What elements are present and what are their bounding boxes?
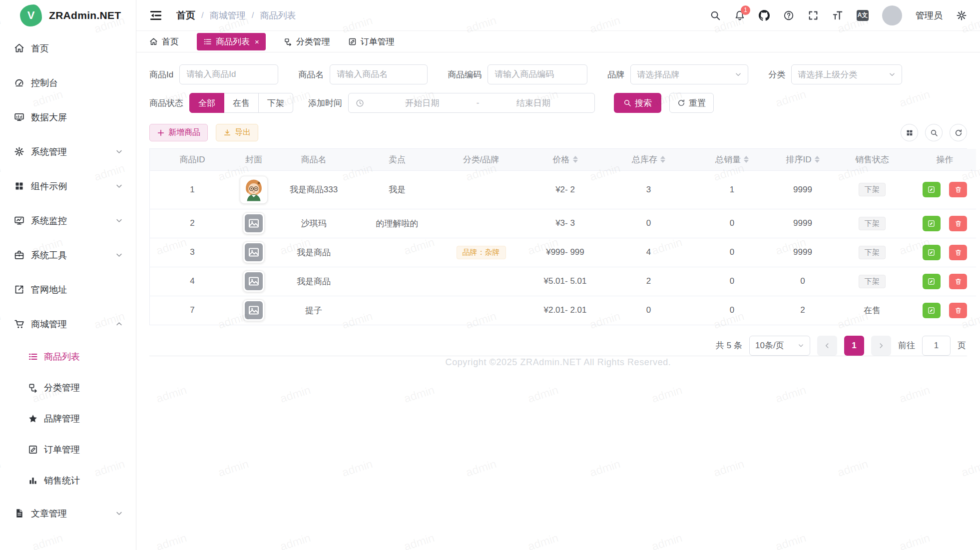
sort-asc-icon[interactable] — [815, 156, 820, 159]
refresh-table-icon[interactable] — [950, 124, 967, 141]
search-icon — [623, 99, 631, 107]
sidebar-item-website[interactable]: 官网地址 — [0, 272, 136, 307]
tab-product-list[interactable]: 商品列表 × — [197, 33, 266, 50]
status-option-onsale[interactable]: 在售 — [224, 93, 259, 113]
product-name-input[interactable] — [330, 64, 428, 84]
fullscreen-icon[interactable] — [808, 10, 819, 21]
next-page-button[interactable] — [871, 336, 891, 356]
page-number-current[interactable]: 1 — [844, 336, 864, 356]
chevron-down-icon — [115, 182, 123, 190]
sidebar-item-product-list[interactable]: 商品列表 — [0, 341, 136, 372]
sidebar-item-mall[interactable]: 商城管理 — [0, 307, 136, 341]
product-code-input[interactable] — [488, 64, 587, 84]
sort-asc-icon[interactable] — [660, 156, 665, 159]
sidebar-item-console[interactable]: 控制台 — [0, 65, 136, 100]
breadcrumb-mall[interactable]: 商城管理 — [210, 9, 246, 21]
edit-button[interactable] — [923, 274, 941, 289]
card-view-toggle-icon[interactable] — [901, 124, 918, 141]
brand-select[interactable]: 请选择品牌 — [630, 64, 748, 84]
col-price-sortable[interactable]: 价格 — [522, 149, 608, 170]
cell-brand — [440, 296, 522, 325]
sort-desc-icon[interactable] — [744, 160, 749, 163]
breadcrumb-home[interactable]: 首页 — [176, 9, 195, 22]
cover-image[interactable] — [243, 241, 265, 263]
sidebar-item-label: 系统工具 — [31, 249, 67, 261]
col-stock-sortable[interactable]: 总库存 — [608, 149, 689, 170]
date-range-picker[interactable]: 开始日期 - 结束日期 — [348, 93, 595, 113]
delete-button[interactable] — [949, 216, 967, 231]
sort-desc-icon[interactable] — [660, 160, 665, 163]
edit-button[interactable] — [923, 216, 941, 231]
add-button-label: 新增商品 — [168, 127, 200, 138]
sidebar-fold-icon[interactable] — [149, 9, 162, 22]
edit-button[interactable] — [923, 303, 941, 318]
brand-logo[interactable]: V ZRAdmin.NET — [0, 0, 136, 31]
tab-label: 订单管理 — [361, 36, 395, 47]
tab-orders[interactable]: 订单管理 — [348, 36, 395, 47]
list-icon — [203, 37, 212, 46]
settings-gear-icon[interactable] — [956, 10, 967, 21]
category-select[interactable]: 请选择上级分类 — [791, 64, 902, 84]
export-button[interactable]: 导出 — [216, 124, 258, 141]
page-unit-label: 页 — [958, 340, 966, 351]
sidebar-item-orders[interactable]: 订单管理 — [0, 434, 136, 465]
col-sales-sortable[interactable]: 总销量 — [689, 149, 775, 170]
reset-button[interactable]: 重置 — [669, 93, 714, 113]
goto-page-input[interactable] — [922, 336, 951, 356]
status-option-offshelf[interactable]: 下架 — [259, 93, 293, 113]
col-sort-id-sortable[interactable]: 排序ID — [775, 149, 831, 170]
tab-home[interactable]: 首页 — [149, 36, 179, 47]
sidebar-item-tools[interactable]: 系统工具 — [0, 238, 136, 272]
github-icon[interactable] — [759, 10, 770, 21]
cover-image[interactable] — [243, 270, 265, 292]
add-product-button[interactable]: 新增商品 — [149, 124, 208, 141]
col-label: 总销量 — [715, 154, 741, 165]
cover-image[interactable] — [243, 299, 265, 321]
sort-desc-icon[interactable] — [815, 160, 820, 163]
order-icon — [348, 37, 357, 46]
sidebar-item-sales-stats[interactable]: 销售统计 — [0, 465, 136, 496]
prev-page-button[interactable] — [817, 336, 837, 356]
table-view-controls — [901, 124, 967, 141]
sort-asc-icon[interactable] — [744, 156, 749, 159]
language-icon[interactable]: A文 — [857, 10, 869, 21]
delete-button[interactable] — [949, 245, 967, 260]
delete-button[interactable] — [949, 303, 967, 318]
delete-button[interactable] — [949, 182, 967, 197]
edit-button[interactable] — [923, 245, 941, 260]
sidebar-item-datascreen[interactable]: 数据大屏 — [0, 100, 136, 134]
sidebar-item-components[interactable]: 组件示例 — [0, 169, 136, 203]
sidebar-item-category[interactable]: 分类管理 — [0, 372, 136, 403]
notification-bell-icon[interactable]: 1 — [734, 10, 745, 21]
font-size-icon[interactable] — [832, 10, 843, 21]
sort-asc-icon[interactable] — [573, 156, 578, 159]
filter-brand: 品牌 请选择品牌 — [607, 64, 748, 84]
sidebar-item-brand[interactable]: 品牌管理 — [0, 403, 136, 434]
sort-desc-icon[interactable] — [573, 160, 578, 163]
tab-category[interactable]: 分类管理 — [284, 36, 330, 47]
sidebar-item-home[interactable]: 首页 — [0, 31, 136, 65]
close-icon[interactable]: × — [255, 37, 259, 46]
edit-button[interactable] — [923, 182, 941, 197]
date-start-placeholder[interactable]: 开始日期 — [368, 97, 477, 109]
date-end-placeholder[interactable]: 结束日期 — [479, 97, 587, 109]
search-icon[interactable] — [710, 10, 721, 21]
sidebar-item-articles[interactable]: 文章管理 — [0, 496, 136, 531]
sidebar-item-label: 系统管理 — [31, 146, 67, 158]
cover-image[interactable] — [240, 176, 268, 204]
search-button[interactable]: 搜索 — [614, 93, 661, 113]
cell-id: 1 — [150, 170, 235, 209]
help-icon[interactable] — [783, 10, 794, 21]
refresh-icon — [677, 99, 685, 107]
edit-icon — [928, 278, 935, 285]
avatar[interactable] — [882, 5, 902, 25]
sidebar-item-monitor[interactable]: 系统监控 — [0, 203, 136, 238]
edit-icon — [928, 307, 935, 314]
sidebar-item-system[interactable]: 系统管理 — [0, 134, 136, 169]
show-search-toggle-icon[interactable] — [925, 124, 943, 141]
product-id-input[interactable] — [179, 64, 278, 84]
cover-image[interactable] — [243, 212, 265, 234]
delete-button[interactable] — [949, 274, 967, 289]
status-option-all[interactable]: 全部 — [189, 93, 224, 113]
page-size-select[interactable]: 10条/页 — [749, 336, 810, 356]
